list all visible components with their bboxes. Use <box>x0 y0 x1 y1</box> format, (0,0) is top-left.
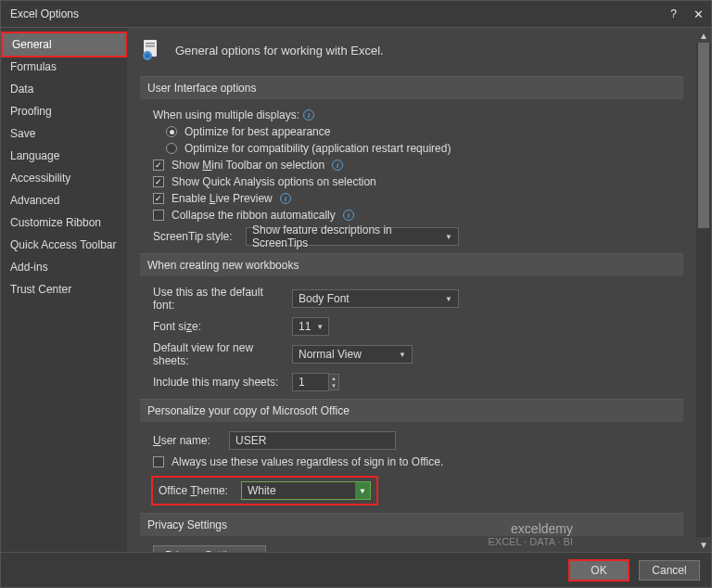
chevron-down-icon: ▼ <box>445 295 452 303</box>
checkbox-collapse-ribbon[interactable]: Collapse the ribbon automatically i <box>153 209 683 222</box>
help-icon[interactable]: ? <box>670 7 677 20</box>
chevron-down-icon: ▼ <box>399 351 406 359</box>
radio-compatibility[interactable]: Optimize for compatibility (application … <box>166 142 683 155</box>
dialog-title: Excel Options <box>10 7 79 20</box>
screentip-label: ScreenTip style: <box>153 230 236 243</box>
sidebar-item-trust-center[interactable]: Trust Center <box>1 278 127 300</box>
office-theme-label: Office Theme: <box>159 484 228 497</box>
section-workbooks: When creating new workbooks <box>140 253 683 276</box>
chevron-down-icon: ▼ <box>316 323 324 331</box>
checkbox-icon <box>153 160 164 171</box>
spinner-buttons[interactable]: ▲▼ <box>329 374 339 390</box>
excel-options-dialog: Excel Options ? ✕ General Formulas Data … <box>0 0 712 588</box>
privacy-settings-button[interactable]: Privacy Settings... <box>153 545 266 552</box>
sidebar: General Formulas Data Proofing Save Lang… <box>1 28 127 552</box>
sidebar-item-proofing[interactable]: Proofing <box>1 100 127 122</box>
office-theme-select[interactable]: White ▼ <box>241 481 371 500</box>
svg-rect-2 <box>146 45 155 47</box>
multi-displays-label: When using multiple displays: i <box>153 109 683 121</box>
font-size-select[interactable]: 11▼ <box>292 317 329 336</box>
info-icon[interactable]: i <box>343 210 354 221</box>
general-options-icon <box>140 37 166 63</box>
page-header-text: General options for working with Excel. <box>175 44 384 58</box>
chevron-down-icon: ▼ <box>445 233 452 241</box>
checkbox-icon <box>153 210 164 221</box>
sidebar-item-accessibility[interactable]: Accessibility <box>1 167 127 189</box>
dialog-footer: OK Cancel <box>1 552 711 587</box>
default-font-row: Use this as the default font: Body Font▼ <box>153 286 683 312</box>
office-theme-row: Office Theme: White ▼ <box>151 476 378 505</box>
screentip-row: ScreenTip style: Show feature descriptio… <box>153 227 683 246</box>
username-label: User name: <box>153 434 220 447</box>
window-controls: ? ✕ <box>670 7 704 21</box>
checkbox-icon <box>153 176 164 187</box>
default-font-label: Use this as the default font: <box>153 286 283 312</box>
sidebar-item-customize-ribbon[interactable]: Customize Ribbon <box>1 211 127 234</box>
username-row: User name: USER <box>153 431 683 450</box>
checkbox-icon <box>153 193 164 204</box>
default-font-select[interactable]: Body Font▼ <box>292 289 459 308</box>
section-personalize: Personalize your copy of Microsoft Offic… <box>140 399 683 422</box>
font-size-label: Font size: <box>153 320 283 333</box>
default-view-row: Default view for new sheets: Normal View… <box>153 341 683 367</box>
checkbox-icon <box>153 456 164 467</box>
vertical-scrollbar[interactable]: ▲ ▼ <box>696 28 711 552</box>
info-icon[interactable]: i <box>332 160 343 171</box>
main-wrap: General options for working with Excel. … <box>127 28 711 552</box>
cancel-button[interactable]: Cancel <box>639 560 700 581</box>
sidebar-item-formulas[interactable]: Formulas <box>1 56 127 78</box>
scroll-up-icon[interactable]: ▲ <box>696 28 711 43</box>
default-view-label: Default view for new sheets: <box>153 341 283 367</box>
section-ui-options: User Interface options <box>140 76 683 99</box>
sheets-count-row: Include this many sheets: 1 ▲▼ <box>153 373 683 391</box>
info-icon[interactable]: i <box>280 193 291 204</box>
sheets-count-label: Include this many sheets: <box>153 376 283 389</box>
sidebar-item-advanced[interactable]: Advanced <box>1 189 127 211</box>
checkbox-mini-toolbar[interactable]: Show Mini Toolbar on selection i <box>153 159 683 172</box>
section-privacy: Privacy Settings <box>140 513 683 536</box>
sidebar-item-data[interactable]: Data <box>1 78 127 100</box>
radio-icon <box>166 143 177 154</box>
sidebar-item-save[interactable]: Save <box>1 122 127 145</box>
sidebar-item-quick-access-toolbar[interactable]: Quick Access Toolbar <box>1 234 127 256</box>
checkbox-live-preview[interactable]: Enable Live Preview i <box>153 192 683 205</box>
main-panel: General options for working with Excel. … <box>127 28 696 552</box>
scroll-down-icon[interactable]: ▼ <box>696 537 711 552</box>
chevron-down-icon: ▼ <box>355 482 370 499</box>
sidebar-item-add-ins[interactable]: Add-ins <box>1 256 127 278</box>
scroll-thumb[interactable] <box>698 43 709 228</box>
svg-rect-1 <box>146 43 155 45</box>
radio-best-appearance[interactable]: Optimize for best appearance <box>166 125 683 138</box>
dialog-body: General Formulas Data Proofing Save Lang… <box>1 27 711 552</box>
titlebar: Excel Options ? ✕ <box>1 1 711 27</box>
default-view-select[interactable]: Normal View▼ <box>292 345 413 364</box>
checkbox-always-use-values[interactable]: Always use these values regardless of si… <box>153 455 683 468</box>
close-icon[interactable]: ✕ <box>693 7 704 21</box>
sidebar-item-general[interactable]: General <box>1 32 127 58</box>
svg-point-4 <box>146 54 150 58</box>
username-input[interactable]: USER <box>229 431 396 450</box>
font-size-row: Font size: 11▼ <box>153 317 683 336</box>
radio-icon <box>166 126 177 137</box>
sheets-count-spinner[interactable]: 1 ▲▼ <box>292 373 339 391</box>
ok-button[interactable]: OK <box>568 559 629 582</box>
checkbox-quick-analysis[interactable]: Show Quick Analysis options on selection <box>153 175 683 188</box>
screentip-select[interactable]: Show feature descriptions in ScreenTips▼ <box>246 227 459 246</box>
page-header: General options for working with Excel. <box>140 37 683 63</box>
sidebar-item-language[interactable]: Language <box>1 145 127 167</box>
watermark: exceldemy EXCEL · DATA · BI <box>489 522 574 547</box>
info-icon[interactable]: i <box>303 109 314 121</box>
